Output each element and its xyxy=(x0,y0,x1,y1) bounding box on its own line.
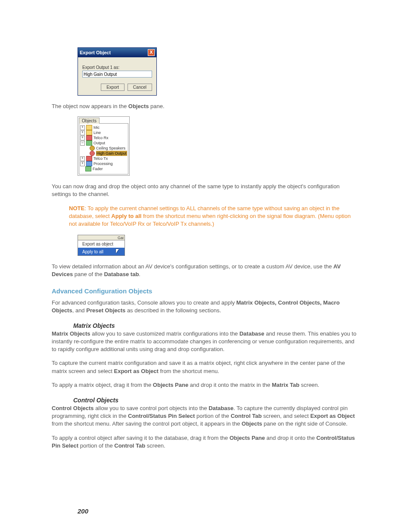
cancel-button[interactable]: Cancel xyxy=(128,84,152,91)
paragraph-av-devices: To view detailed information about an AV… xyxy=(52,263,359,278)
cursor-icon xyxy=(116,249,120,254)
menu-header-fragment: Gai xyxy=(78,235,125,240)
tree-item-high-gain-output[interactable]: High Gain Output xyxy=(80,151,127,156)
note-label: NOTE xyxy=(69,205,84,212)
dialog-titlebar[interactable]: Export Object X xyxy=(78,48,156,57)
heading-control-objects: Control Objects xyxy=(73,397,359,404)
tree-item-mic[interactable]: +Mic xyxy=(80,125,127,130)
menu-item-export-as-object[interactable]: Export as object xyxy=(78,240,125,248)
collapse-icon[interactable]: – xyxy=(80,141,85,146)
context-menu: Gai Export as object Apply to all xyxy=(78,235,125,256)
leaf-icon xyxy=(90,146,95,151)
export-button[interactable]: Export xyxy=(101,84,125,91)
menu-item-apply-to-all[interactable]: Apply to all xyxy=(78,248,125,255)
tree-item-ceiling-speakers[interactable]: Ceiling Speakers xyxy=(80,146,127,151)
export-label: Export Output 1 as: xyxy=(82,65,152,70)
export-object-dialog: Export Object X Export Output 1 as: Expo… xyxy=(78,47,157,96)
expand-icon[interactable]: + xyxy=(80,156,85,161)
heading-matrix-objects: Matrix Objects xyxy=(73,322,359,329)
heading-advanced-config: Advanced Configuration Objects xyxy=(52,287,359,295)
leaf-icon xyxy=(90,151,95,156)
paragraph-matrix-3: To apply a matrix object, drag it from t… xyxy=(52,381,359,389)
tree-item-telco-rx[interactable]: +Telco Rx xyxy=(80,135,127,140)
expand-icon[interactable]: + xyxy=(80,162,85,166)
paragraph-matrix-2: To capture the current matrix configurat… xyxy=(52,359,359,375)
tree-item-processing[interactable]: +Processing xyxy=(80,161,127,166)
folder-icon xyxy=(85,166,91,171)
objects-tree-panel: Objects +Mic +Line +Telco Rx –Output Cei… xyxy=(78,116,130,176)
close-icon[interactable]: X xyxy=(148,49,155,56)
tree-item-telco-tx[interactable]: +Telco Tx xyxy=(80,156,127,161)
folder-icon xyxy=(86,125,92,130)
paragraph-control-2: To apply a control object after saving i… xyxy=(52,434,359,450)
folder-icon xyxy=(86,140,92,146)
note-apply-to-all: NOTE: To apply the current channel setti… xyxy=(69,205,359,228)
export-name-input[interactable] xyxy=(82,71,152,78)
paragraph-matrix-1: Matrix Objects allow you to save customi… xyxy=(52,330,359,354)
folder-icon xyxy=(86,135,92,140)
paragraph-drag-drop: You can now drag and drop the object ont… xyxy=(52,183,359,198)
paragraph-advanced-intro: For advanced configuration tasks, Consol… xyxy=(52,299,359,314)
paragraph-control-1: Control Objects allow you to save contro… xyxy=(52,404,359,428)
page-number: 200 xyxy=(78,507,88,515)
folder-icon xyxy=(86,156,92,161)
objects-tab[interactable]: Objects xyxy=(79,118,100,124)
expand-icon[interactable]: + xyxy=(80,131,85,135)
paragraph-objects-pane: The object now appears in the Objects pa… xyxy=(52,103,359,110)
tree-item-output[interactable]: –Output xyxy=(80,140,127,146)
dialog-title: Export Object xyxy=(80,50,111,55)
folder-icon xyxy=(86,161,92,166)
expand-icon[interactable]: + xyxy=(80,136,85,140)
tree-item-line[interactable]: +Line xyxy=(80,130,127,135)
expand-icon[interactable]: + xyxy=(80,125,85,130)
folder-icon xyxy=(86,130,92,135)
tree-item-fader[interactable]: Fader xyxy=(80,166,127,171)
